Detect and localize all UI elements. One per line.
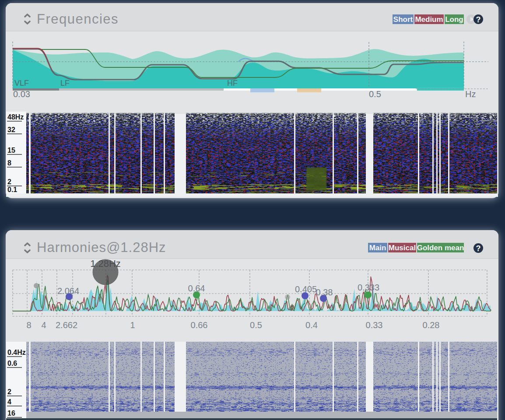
svg-text:8: 8: [26, 320, 31, 330]
svg-text:15: 15: [7, 147, 15, 154]
svg-text:0.38: 0.38: [316, 287, 333, 297]
svg-text:0.28: 0.28: [423, 320, 440, 330]
svg-text:Golden mean: Golden mean: [417, 244, 464, 252]
svg-text:Short: Short: [393, 15, 413, 24]
svg-text:16: 16: [7, 410, 15, 417]
svg-text:0.66: 0.66: [191, 320, 208, 330]
svg-text:0.1: 0.1: [7, 186, 17, 193]
svg-text:Hz: Hz: [465, 89, 476, 99]
svg-text:0.6: 0.6: [7, 360, 17, 367]
svg-text:0.4: 0.4: [305, 320, 318, 330]
svg-text:1.28Hz: 1.28Hz: [90, 258, 121, 269]
svg-text:0.5: 0.5: [369, 89, 381, 99]
svg-text:?: ?: [476, 244, 481, 253]
svg-text:0.5: 0.5: [250, 320, 262, 330]
svg-text:?: ?: [476, 15, 481, 24]
svg-text:2: 2: [7, 388, 11, 396]
svg-text:Harmonies@1.28Hz: Harmonies@1.28Hz: [37, 240, 166, 255]
svg-text:Medium: Medium: [415, 15, 443, 24]
svg-text:VLF: VLF: [14, 79, 29, 88]
svg-text:0.4Hz: 0.4Hz: [7, 349, 26, 356]
svg-text:4: 4: [41, 320, 46, 330]
svg-text:Musical: Musical: [389, 244, 416, 252]
svg-text:LF: LF: [60, 79, 70, 88]
svg-text:Long: Long: [445, 15, 463, 24]
svg-text:Main: Main: [369, 244, 386, 252]
svg-text:32: 32: [7, 126, 15, 133]
svg-text:0.405: 0.405: [295, 284, 317, 294]
svg-text:0.33: 0.33: [366, 320, 383, 330]
svg-text:8: 8: [7, 159, 11, 167]
svg-text:HF: HF: [227, 79, 238, 88]
svg-text:2.064: 2.064: [57, 286, 79, 296]
svg-text:0.333: 0.333: [358, 283, 379, 292]
svg-text:1: 1: [130, 320, 135, 330]
svg-text:48Hz: 48Hz: [7, 113, 24, 121]
svg-text:2.662: 2.662: [56, 320, 77, 330]
svg-text:4: 4: [7, 398, 11, 406]
svg-text:2: 2: [7, 178, 11, 186]
svg-text:Frequencies: Frequencies: [37, 11, 119, 27]
svg-text:0.03: 0.03: [13, 89, 30, 99]
svg-text:0.64: 0.64: [188, 284, 205, 293]
